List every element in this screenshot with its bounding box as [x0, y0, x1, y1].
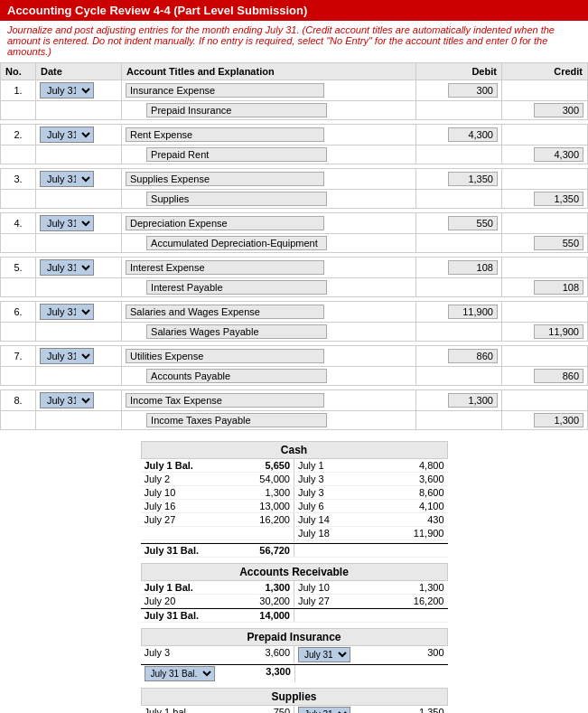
- date-select[interactable]: July 31: [40, 127, 94, 143]
- credit-amount-input[interactable]: [534, 280, 583, 295]
- date-select[interactable]: July 31: [298, 707, 350, 713]
- debit-amount-cell[interactable]: [415, 258, 501, 278]
- debit-amount-input[interactable]: [448, 172, 498, 186]
- debit-amount-cell[interactable]: [415, 302, 501, 323]
- debit-account-cell[interactable]: [122, 258, 416, 278]
- entry-date[interactable]: July 31: [36, 213, 122, 234]
- date-select[interactable]: July 31: [40, 392, 94, 408]
- ledger-right-date[interactable]: July 31: [294, 646, 371, 663]
- credit-amount-value-cell[interactable]: [501, 145, 587, 164]
- credit-account-cell[interactable]: [122, 367, 416, 386]
- ledger-left-date: July 1 Bal.: [141, 581, 218, 594]
- supplies-ledger: Supplies July 1 bal. 750 July 31 1,350 J…: [0, 688, 588, 713]
- entry-date[interactable]: July 31: [36, 346, 122, 367]
- debit-amount-input[interactable]: [448, 260, 498, 275]
- cash-ledger: Cash July 1 Bal. 5,650 July 1 4,800 July…: [0, 441, 588, 558]
- credit-amount-value-cell[interactable]: [501, 367, 587, 386]
- ledger-right-date: July 10: [294, 581, 371, 594]
- ledger-right-amount: 8,600: [371, 486, 448, 499]
- credit-account-cell[interactable]: [122, 323, 416, 342]
- credit-amount-value-cell[interactable]: [501, 101, 587, 120]
- debit-account-cell[interactable]: [122, 125, 416, 145]
- credit-amount-value-cell[interactable]: [501, 411, 587, 430]
- debit-account-input[interactable]: [126, 216, 324, 230]
- entry-date[interactable]: July 31: [36, 302, 122, 323]
- entry-date[interactable]: July 31: [36, 258, 122, 278]
- credit-account-cell[interactable]: [122, 101, 416, 120]
- credit-amount-value-cell[interactable]: [501, 234, 587, 253]
- debit-amount-input[interactable]: [448, 349, 498, 363]
- date-select[interactable]: July 31: [40, 171, 94, 187]
- entry-date[interactable]: July 31: [36, 125, 122, 145]
- col-no: No.: [1, 63, 36, 80]
- entry-no-empty: [1, 367, 36, 386]
- credit-amount-input[interactable]: [534, 103, 583, 117]
- credit-amount-value-cell[interactable]: [501, 323, 587, 342]
- date-select[interactable]: July 31: [40, 304, 94, 320]
- credit-account-input[interactable]: [146, 103, 327, 117]
- debit-account-cell[interactable]: [122, 302, 416, 323]
- entry-date[interactable]: July 31: [36, 169, 122, 190]
- date-select[interactable]: July 31: [298, 647, 350, 662]
- credit-account-input[interactable]: [146, 280, 327, 295]
- date-select[interactable]: July 31: [40, 259, 94, 276]
- debit-amount-cell[interactable]: [415, 346, 501, 367]
- entry-no: 5.: [1, 258, 36, 278]
- ledger-right-amount: 16,200: [371, 595, 448, 607]
- credit-amount-input[interactable]: [534, 324, 583, 339]
- debit-amount-input[interactable]: [448, 127, 498, 142]
- debit-account-cell[interactable]: [122, 169, 416, 190]
- credit-account-input[interactable]: [146, 236, 327, 250]
- entry-date[interactable]: July 31: [36, 80, 122, 101]
- debit-account-input[interactable]: [126, 260, 324, 275]
- debit-account-input[interactable]: [126, 83, 324, 98]
- credit-account-input[interactable]: [146, 413, 327, 427]
- date-select[interactable]: July 31: [40, 348, 94, 364]
- entry-no-empty: [1, 411, 36, 430]
- credit-amount-input[interactable]: [534, 413, 583, 427]
- ledger-bal-left-date[interactable]: July 31 Bal.: [141, 665, 219, 682]
- debit-amount-input[interactable]: [448, 393, 498, 408]
- debit-amount-input[interactable]: [448, 305, 498, 319]
- debit-amount-cell[interactable]: [415, 125, 501, 145]
- debit-amount-cell[interactable]: [415, 390, 501, 411]
- debit-account-input[interactable]: [126, 127, 324, 142]
- debit-amount-cell[interactable]: [415, 213, 501, 234]
- credit-account-cell[interactable]: [122, 234, 416, 253]
- ledger-left-date: [141, 527, 218, 539]
- entry-date[interactable]: July 31: [36, 390, 122, 411]
- credit-amount-value-cell[interactable]: [501, 190, 587, 209]
- credit-amount-value-cell[interactable]: [501, 278, 587, 297]
- ledger-right-date[interactable]: July 31: [294, 706, 371, 713]
- credit-account-cell[interactable]: [122, 278, 416, 297]
- debit-amount-cell[interactable]: [415, 169, 501, 190]
- credit-amount-input[interactable]: [534, 192, 583, 206]
- credit-account-input[interactable]: [146, 147, 327, 162]
- debit-amount-input[interactable]: [448, 83, 498, 98]
- debit-account-input[interactable]: [126, 172, 324, 186]
- credit-account-input[interactable]: [146, 324, 327, 339]
- date-select[interactable]: July 31: [40, 82, 94, 99]
- credit-amount-cell-empty: [501, 80, 587, 101]
- credit-account-cell[interactable]: [122, 190, 416, 209]
- credit-account-cell[interactable]: [122, 411, 416, 430]
- credit-amount-input[interactable]: [534, 369, 583, 383]
- debit-account-cell[interactable]: [122, 390, 416, 411]
- credit-account-input[interactable]: [146, 369, 327, 383]
- debit-amount-input[interactable]: [448, 216, 498, 230]
- debit-account-input[interactable]: [126, 305, 324, 319]
- entry-no-empty: [1, 145, 36, 164]
- credit-amount-input[interactable]: [534, 147, 583, 162]
- date-select[interactable]: July 31 Bal.: [145, 666, 215, 681]
- debit-account-cell[interactable]: [122, 346, 416, 367]
- date-select[interactable]: July 31: [40, 215, 94, 231]
- debit-amount-cell[interactable]: [415, 80, 501, 101]
- credit-account-input[interactable]: [146, 192, 327, 206]
- debit-account-cell[interactable]: [122, 213, 416, 234]
- credit-amount-cell-empty: [501, 169, 587, 190]
- credit-amount-input[interactable]: [534, 236, 583, 250]
- debit-account-input[interactable]: [126, 349, 324, 363]
- debit-account-cell[interactable]: [122, 80, 416, 101]
- debit-account-input[interactable]: [126, 393, 324, 408]
- credit-account-cell[interactable]: [122, 145, 416, 164]
